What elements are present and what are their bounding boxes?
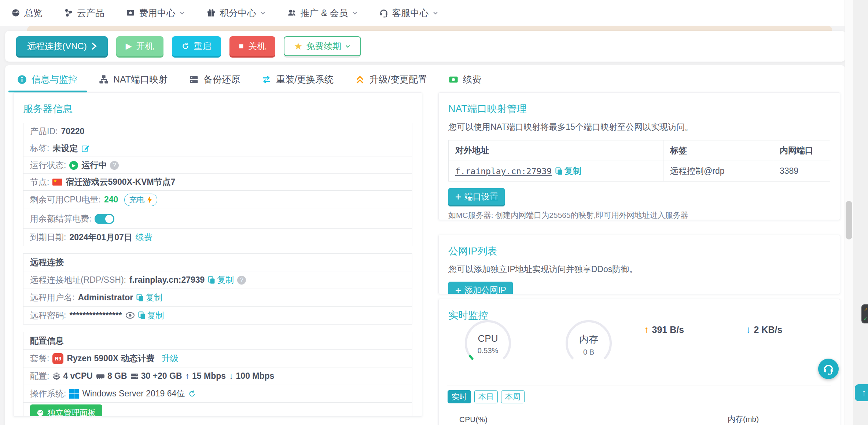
nat-desc: 您可以使用NAT端口映射将最多15个端口映射至公网以实现访问。 — [448, 121, 830, 133]
nav-item-points[interactable]: 积分中心 — [206, 7, 266, 19]
charge-button[interactable]: 充电 — [124, 194, 157, 206]
nav-item-billing[interactable]: 费用中心 — [126, 7, 185, 19]
edit-icon[interactable] — [81, 144, 90, 153]
spec-cpu: 4 vCPU — [52, 371, 93, 381]
copy-addr-button[interactable]: 复制 — [208, 274, 234, 286]
chevron-down-icon — [433, 10, 438, 16]
tab-label: 重装/更换系统 — [276, 73, 334, 85]
nav-item-affiliate[interactable]: 推广 & 会员 — [287, 7, 358, 19]
server-info-title: 服务器信息 — [23, 102, 412, 116]
restart-button[interactable]: 重启 — [172, 36, 221, 56]
standalone-panel-button[interactable]: 独立管理面板 — [30, 404, 102, 417]
tab-info-monitor[interactable]: 信息与监控 — [17, 73, 77, 92]
remote-addr-value: f.rainplay.cn:27939 — [129, 275, 205, 285]
product-id-value: 70220 — [61, 127, 84, 136]
balance-toggle[interactable] — [95, 214, 114, 224]
billing-icon — [126, 8, 135, 18]
row-cpu-quota: 剩余可用CPU电量: 240 充电 — [23, 191, 412, 209]
power-on-button[interactable]: ▶ 开机 — [116, 36, 163, 56]
lightning-icon — [147, 196, 152, 204]
customer-service-fab[interactable] — [818, 359, 839, 379]
tab-reinstall-system[interactable]: 重装/更换系统 — [261, 73, 334, 92]
tab-label: 备份还原 — [203, 73, 240, 85]
config-title: 配置信息 — [30, 335, 64, 347]
tab-nat-mapping[interactable]: NAT端口映射 — [99, 73, 168, 92]
mapping-tag: 远程控制@rdp — [663, 161, 773, 181]
cpu-icon — [52, 372, 60, 380]
plan-value: Ryzen 5900X 动态计费 — [67, 353, 154, 364]
mapping-address[interactable]: f.rainplay.cn:27939 — [455, 166, 552, 176]
range-today-button[interactable]: 本日 — [474, 390, 498, 403]
eye-icon[interactable] — [125, 311, 135, 319]
tab-label: NAT端口映射 — [113, 73, 168, 85]
play-icon: ▶ — [126, 42, 132, 50]
tab-backup-restore[interactable]: 备份还原 — [189, 73, 240, 92]
range-switcher: 实时 本日 本周 — [448, 390, 525, 403]
port-settings-label: 端口设置 — [464, 191, 498, 202]
copy-user-button[interactable]: 复制 — [136, 292, 162, 303]
nav-label: 总览 — [24, 7, 43, 19]
gift-icon — [206, 8, 216, 18]
stop-icon: ■ — [239, 42, 244, 50]
tab-label: 续费 — [463, 73, 481, 85]
copy-icon — [208, 276, 215, 284]
range-realtime-button[interactable]: 实时 — [448, 390, 471, 403]
free-renew-button[interactable]: ★ 免费续期 — [284, 36, 361, 56]
row-product-id: 产品ID: 70220 — [23, 123, 412, 140]
nav-item-cloud-products[interactable]: 云产品 — [64, 7, 104, 19]
renew-link[interactable]: 续费 — [136, 232, 152, 243]
nat-panel: NAT端口映射管理 您可以使用NAT端口映射将最多15个端口映射至公网以实现访问… — [438, 92, 840, 220]
remote-addr-label: 远程连接地址(RDP/SSH): — [30, 274, 126, 286]
spec-ram-value: 8 GB — [107, 371, 127, 381]
remote-addr-help-icon[interactable]: ? — [237, 276, 246, 285]
tab-renew[interactable]: 续费 — [448, 73, 481, 92]
remote-user-value: Administrator — [78, 293, 133, 303]
cpu-gauge-value: 0.53% — [462, 347, 514, 355]
top-arrow-icon: ↑ — [862, 387, 867, 399]
running-status-icon: ▶ — [69, 161, 78, 170]
row-plan: 套餐: R9 Ryzen 5900X 动态计费 升级 — [23, 350, 412, 367]
spec-upload: ↑ 15 Mbps — [185, 371, 226, 381]
cpu-gauge: CPU 0.53% — [462, 318, 514, 369]
scrollbar-thumb[interactable] — [846, 201, 852, 239]
copy-icon — [136, 294, 144, 302]
memory-gauge: 内存 0 B — [563, 318, 614, 369]
nav-item-support[interactable]: 客服中心 — [379, 7, 438, 19]
status-help-icon[interactable]: ? — [110, 161, 119, 170]
shutdown-button[interactable]: ■ 关机 — [229, 36, 275, 56]
row-spec: 配置: 4 vCPU 8 GB 30 +20 GB ↑ — [23, 367, 412, 385]
free-renew-label: 免费续期 — [306, 40, 341, 52]
nav-item-overview[interactable]: 总览 — [11, 7, 43, 19]
expire-date: 2024年01月07日 — [69, 232, 132, 243]
add-public-ip-button[interactable]: 添加公网IP — [448, 282, 513, 294]
copy-mapping-button[interactable]: 复制 — [555, 165, 581, 177]
vnc-connect-button[interactable]: 远程连接(VNC) — [16, 36, 108, 56]
tab-upgrade-config[interactable]: 升级/变更配置 — [355, 73, 427, 92]
row-balance-toggle: 用余额结算电费: — [23, 209, 412, 229]
page: 总览 云产品 费用中心 积分中心 推广 & 会员 客服中心 — [0, 0, 868, 425]
row-remote-password: 远程密码: **************** 复制 — [23, 307, 412, 324]
reinstall-icon[interactable] — [188, 390, 196, 398]
upgrade-link[interactable]: 升级 — [161, 353, 178, 364]
remote-connect-table: 远程连接 远程连接地址(RDP/SSH): f.rainplay.cn:2793… — [23, 253, 412, 325]
range-week-button[interactable]: 本周 — [501, 390, 525, 403]
chevron-down-icon — [260, 10, 266, 16]
remote-pwd-label: 远程密码: — [30, 310, 66, 321]
back-to-top-button[interactable]: ↑ — [855, 384, 868, 401]
upload-speed: ↑ 391 B/s — [644, 324, 684, 336]
chevron-down-icon — [345, 43, 351, 49]
copy-password-button[interactable]: 复制 — [138, 310, 164, 321]
row-panel-button: 独立管理面板 — [23, 403, 412, 417]
users-icon — [287, 8, 297, 18]
double-chevron-up-icon — [355, 74, 365, 85]
nat-table-row: f.rainplay.cn:27939 复制 远程控制@rdp 3389 — [449, 161, 830, 181]
expire-label: 到期日期: — [30, 232, 66, 243]
net-speed-widget[interactable]: ↑ ↓ — [861, 304, 868, 323]
tag-value: 未设定 — [52, 143, 78, 154]
port-settings-button[interactable]: 端口设置 — [448, 188, 505, 205]
nat-title: NAT端口映射管理 — [448, 102, 830, 116]
tab-bar: 信息与监控 NAT端口映射 备份还原 — [5, 65, 845, 92]
cn-flag-icon: ★ — [52, 179, 62, 186]
nav-label: 云产品 — [77, 7, 104, 19]
nav-label: 费用中心 — [139, 7, 176, 19]
